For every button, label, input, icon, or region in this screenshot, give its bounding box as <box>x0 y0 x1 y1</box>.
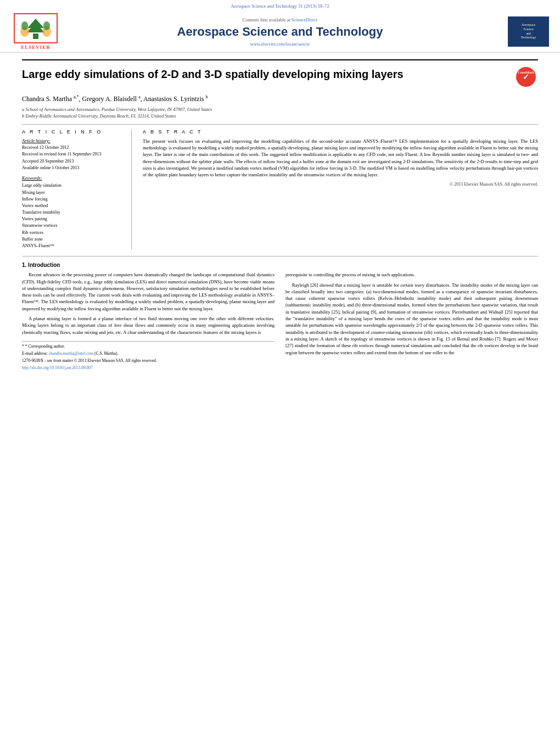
author-chandra: Chandra S. Martha a,*, Gregory A. Blaisd… <box>22 95 208 103</box>
issn-text: 1270-9638/$ – see front matter © 2013 El… <box>22 358 157 363</box>
svg-point-5 <box>21 21 28 30</box>
article-content: Large eddy simulations of 2-D and 3-D sp… <box>0 53 560 379</box>
contents-text: Contents lists available at <box>243 17 292 23</box>
footnote-corresponding: * * Corresponding author. <box>22 344 275 350</box>
kw-buffer: Buffer zone <box>22 236 125 242</box>
footnote-email: E-mail address: chandra.martha@intel.com… <box>22 351 275 357</box>
journal-top-row: ELSEVIER Contents lists available at Sci… <box>11 11 549 52</box>
affiliation-a: a School of Aeronautics and Astronautics… <box>22 107 538 113</box>
svg-rect-0 <box>33 34 38 39</box>
svg-text:✓: ✓ <box>523 73 529 81</box>
page: Aerospace Science and Technology 31 (201… <box>0 0 560 742</box>
kw-rib: Rib vortices <box>22 230 125 236</box>
history-online: Available online 1 October 2013 <box>22 165 125 171</box>
footnote-author-label: * Corresponding author. <box>25 344 65 349</box>
affiliations: a School of Aeronautics and Astronautics… <box>22 107 538 120</box>
elsevier-logo: ELSEVIER <box>11 13 60 50</box>
email-suffix: (C.S. Martha). <box>94 351 118 356</box>
journal-logo-right: AerospaceScienceandTechnology <box>500 16 549 47</box>
kw-les: Large eddy simulation <box>22 182 125 188</box>
kw-inflow: Inflow forcing <box>22 196 125 202</box>
journal-main-title: Aerospace Science and Technology <box>60 25 500 39</box>
body-col-right: prerequisite to controlling the process … <box>285 271 538 372</box>
footnote-doi: http://dx.doi.org/10.1016/j.ast.2013.09.… <box>22 365 275 371</box>
sciencedirect-link[interactable]: ScienceDirect <box>292 17 318 23</box>
footnote-issn: 1270-9638/$ – see front matter © 2013 El… <box>22 358 275 364</box>
two-col-section: A R T I C L E I N F O Article history: R… <box>22 124 538 249</box>
kw-streamwise: Streamwise vortices <box>22 222 125 228</box>
title-section: Large eddy simulations of 2-D and 3-D sp… <box>22 59 538 89</box>
crossmark-icon: ✓ CrossMark <box>516 67 536 87</box>
journal-title-center: Contents lists available at ScienceDirec… <box>60 17 500 47</box>
intro-right-para-2: Rayleigh [26] showed that a mixing layer… <box>285 282 538 356</box>
history-received: Received 12 October 2012 <box>22 145 125 150</box>
elsevier-text: ELSEVIER <box>21 44 51 50</box>
section-divider <box>22 256 538 256</box>
article-title: Large eddy simulations of 2-D and 3-D sp… <box>22 67 511 81</box>
contents-available: Contents lists available at ScienceDirec… <box>60 17 500 23</box>
kw-ansys: ANSYS–Fluent™ <box>22 243 125 249</box>
kw-pairing: Vortex pairing <box>22 216 125 222</box>
keywords-label: Keywords: <box>22 175 125 181</box>
journal-top-bar: Aerospace Science and Technology 31 (201… <box>11 3 549 9</box>
kw-translative: Translative instability <box>22 209 125 215</box>
affiliation-b: b Embry-Riddle Aeronautical University, … <box>22 113 538 120</box>
abstract-col: A B S T R A C T The present work focuses… <box>143 129 538 249</box>
citation-top: Aerospace Science and Technology 31 (201… <box>231 3 329 9</box>
abstract-header: A B S T R A C T <box>143 129 538 135</box>
history-revised: Received in revised form 11 September 20… <box>22 152 125 157</box>
abstract-text: The present work focuses on evaluating a… <box>143 138 538 178</box>
intro-para-2: A planar mixing layer is formed at a pla… <box>22 315 275 336</box>
svg-point-6 <box>43 21 50 30</box>
intro-right-para-1: prerequisite to controlling the process … <box>285 271 538 278</box>
intro-para-1: Recent advances in the processing power … <box>22 271 275 312</box>
crossmark-logo: ✓ CrossMark <box>516 67 538 89</box>
journal-url[interactable]: www.elsevier.com/locate/aescte <box>60 41 500 47</box>
section1-heading: 1. Introduction <box>22 262 538 268</box>
footnote-section: * * Corresponding author. E-mail address… <box>22 341 275 371</box>
authors-section: Chandra S. Martha a,*, Gregory A. Blaisd… <box>22 94 538 103</box>
kw-vortex: Vortex method <box>22 203 125 209</box>
ast-logo-text: AerospaceScienceandTechnology <box>520 23 536 40</box>
body-content: Recent advances in the processing power … <box>22 271 538 372</box>
article-info-col: A R T I C L E I N F O Article history: R… <box>22 129 132 249</box>
history-accepted: Accepted 20 September 2013 <box>22 159 125 164</box>
ast-logo-box: AerospaceScienceandTechnology <box>508 16 549 47</box>
kw-mixing: Mixing layer <box>22 189 125 196</box>
email-label: E-mail address: <box>22 351 48 356</box>
elsevier-logo-box <box>14 13 58 43</box>
article-info-header: A R T I C L E I N F O <box>22 129 125 135</box>
svg-text:CrossMark: CrossMark <box>518 71 534 74</box>
elsevier-tree-svg <box>16 16 55 41</box>
journal-header: Aerospace Science and Technology 31 (201… <box>0 0 560 53</box>
doi-link[interactable]: http://dx.doi.org/10.1016/j.ast.2013.09.… <box>22 365 93 370</box>
email-value[interactable]: chandra.martha@intel.com <box>49 351 93 356</box>
copyright-line: © 2013 Elsevier Masson SAS. All rights r… <box>143 182 538 187</box>
body-col-left: Recent advances in the processing power … <box>22 271 275 372</box>
article-history-label: Article history: <box>22 138 125 143</box>
